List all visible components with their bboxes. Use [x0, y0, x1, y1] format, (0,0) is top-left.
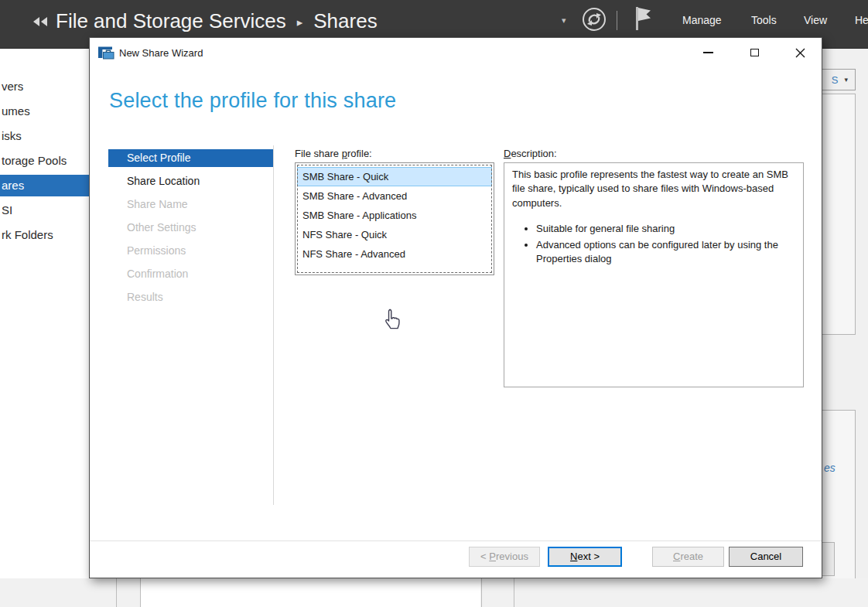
step-results: Results — [108, 288, 273, 306]
step-select-profile: Select Profile — [108, 149, 273, 167]
list-item-nfs-quick[interactable]: NFS Share - Quick — [297, 225, 492, 244]
step-confirmation: Confirmation — [108, 265, 273, 283]
wizard-separator — [273, 145, 274, 505]
list-item-smb-advanced[interactable]: SMB Share - Advanced — [297, 186, 492, 206]
breadcrumb: File and Storage Services ▸ Shares — [56, 9, 378, 33]
description-bullets: Suitable for general file sharing Advanc… — [512, 222, 795, 266]
menu-view[interactable]: View — [804, 14, 827, 26]
maximize-icon[interactable] — [743, 44, 766, 61]
sidebar-item-iscsi[interactable]: SI — [0, 199, 89, 221]
sidebar-item-work-folders[interactable]: rk Folders — [0, 224, 89, 246]
dialog-title: New Share Wizard — [119, 47, 203, 59]
create-button: Create — [652, 547, 724, 567]
previous-button: < Previous — [469, 547, 540, 567]
share-wizard-icon — [97, 45, 114, 60]
dialog-titlebar[interactable]: New Share Wizard — [90, 38, 822, 67]
profile-description-box: This basic profile represents the fastes… — [504, 162, 804, 387]
background-bottom-strip — [0, 578, 868, 607]
notification-flag-icon[interactable] — [634, 5, 653, 32]
cancel-button[interactable]: Cancel — [729, 547, 803, 567]
breadcrumb-dropdown-icon[interactable]: ▾ — [562, 15, 566, 26]
sidebar-item-storage-pools[interactable]: torage Pools — [0, 150, 89, 172]
background-link-fragment[interactable]: es — [824, 462, 836, 474]
sidebar-item-volumes[interactable]: umes — [0, 101, 89, 122]
description-bullet: Suitable for general file sharing — [536, 222, 795, 236]
step-share-name: Share Name — [108, 196, 273, 213]
hand-cursor-icon — [382, 309, 401, 332]
close-icon[interactable] — [788, 44, 812, 61]
topbar-divider — [617, 11, 617, 30]
tasks-button-label: S — [832, 74, 839, 86]
menu-manage[interactable]: Manage — [682, 14, 722, 26]
refresh-icon[interactable] — [582, 7, 607, 32]
sidebar-item-disks[interactable]: isks — [0, 125, 89, 147]
breadcrumb-current[interactable]: Shares — [313, 9, 377, 33]
background-divider — [116, 578, 117, 607]
list-item-smb-applications[interactable]: SMB Share - Applications — [297, 206, 492, 225]
back-arrows-icon[interactable] — [32, 16, 51, 27]
step-permissions: Permissions — [108, 242, 273, 260]
footer-divider — [90, 541, 822, 541]
new-share-wizard-dialog: New Share Wizard Select the profile for … — [89, 37, 822, 578]
list-item-nfs-advanced[interactable]: NFS Share - Advanced — [297, 244, 492, 264]
minimize-icon[interactable] — [696, 44, 719, 61]
file-share-profile-label: File share profile: — [295, 148, 372, 159]
menu-help[interactable]: Help — [855, 14, 868, 26]
file-share-profile-listbox[interactable]: SMB Share - Quick SMB Share - Advanced S… — [295, 162, 494, 275]
background-divider — [514, 578, 514, 607]
step-share-location: Share Location — [108, 172, 273, 190]
description-paragraph: This basic profile represents the fastes… — [512, 168, 795, 210]
sidebar-item-shares[interactable]: ares — [0, 175, 89, 196]
description-label: Description: — [504, 148, 557, 159]
step-other-settings: Other Settings — [108, 219, 273, 237]
page-title: Select the profile for this share — [109, 89, 396, 113]
breadcrumb-root[interactable]: File and Storage Services — [56, 9, 286, 33]
background-divider — [140, 578, 141, 607]
list-item-smb-quick[interactable]: SMB Share - Quick — [297, 167, 492, 186]
menu-tools[interactable]: Tools — [751, 14, 777, 26]
breadcrumb-separator-icon: ▸ — [297, 13, 303, 29]
background-divider — [481, 578, 482, 607]
sidebar-item-servers[interactable]: vers — [0, 76, 89, 97]
wizard-steps: Select Profile Share Location Share Name… — [108, 149, 273, 312]
description-bullet: Advanced options can be configured later… — [536, 238, 795, 267]
background-list-area — [141, 578, 480, 607]
tasks-caret-icon: ▾ — [844, 76, 848, 84]
next-button[interactable]: Next > — [548, 547, 622, 567]
sidebar-nav: vers umes isks torage Pools ares SI rk F… — [0, 49, 89, 578]
